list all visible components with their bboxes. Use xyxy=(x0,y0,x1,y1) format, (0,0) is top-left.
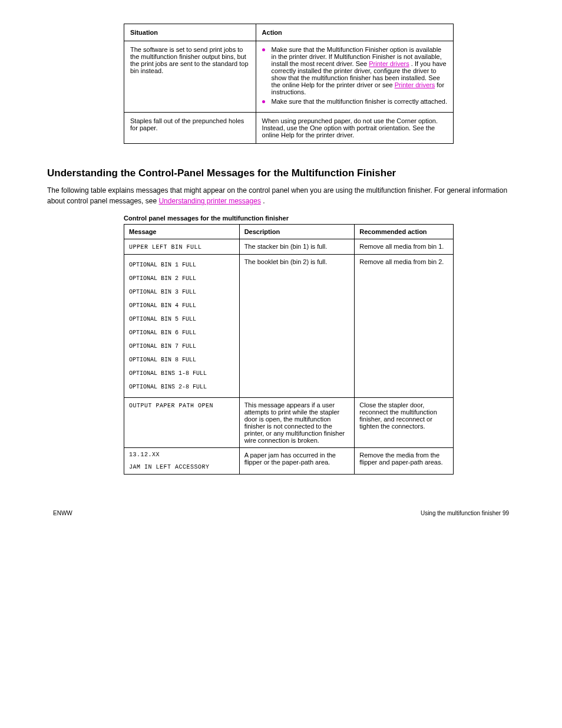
table2-caption: Control panel messages for the multifunc… xyxy=(124,215,515,222)
t1-r1-bullet2: Make sure that the multifunction finishe… xyxy=(262,98,447,105)
t2-h-description: Description xyxy=(239,225,355,239)
table-row: The software is set to send print jobs t… xyxy=(124,41,454,113)
msg-jam-text: JAM IN LEFT ACCESSORY xyxy=(129,464,234,470)
intro-tail: . xyxy=(263,197,265,205)
footer-right: Using the multifunction finisher 99 xyxy=(421,510,509,516)
desc-optional-bins: The booklet bin (bin 2) is full. xyxy=(239,255,355,398)
t2-h-message: Message xyxy=(124,225,240,239)
act-optional-bins: Remove all media from bin 2. xyxy=(355,255,454,398)
table-row: OPTIONAL BIN 1 FULLOPTIONAL BIN 2 FULLOP… xyxy=(124,255,454,398)
t2-h-action: Recommended action xyxy=(355,225,454,239)
intro-text: The following table explains messages th… xyxy=(47,186,507,205)
t1-header-situation: Situation xyxy=(124,24,256,41)
table-row: OUTPUT PAPER PATH OPEN This message appe… xyxy=(124,398,454,448)
t1-r2-situation: Staples fall out of the prepunched holes… xyxy=(124,113,256,144)
intro-paragraph: The following table explains messages th… xyxy=(47,185,515,206)
footer-left: ENWW xyxy=(53,510,72,516)
understanding-messages-link[interactable]: Understanding printer messages xyxy=(158,197,260,205)
msg-output-path: OUTPUT PAPER PATH OPEN xyxy=(129,403,213,409)
msg-jam-code: 13.12.XX xyxy=(129,452,234,458)
msg-upper-left: UPPER LEFT BIN FULL xyxy=(129,244,202,251)
page-footer: ENWW Using the multifunction finisher 99 xyxy=(47,510,515,516)
act-jam: Remove the media from the flipper and pa… xyxy=(355,448,454,475)
t1-r1-bullet1: Make sure that the Multifunction Finishe… xyxy=(262,46,447,95)
desc-jam: A paper jam has occurred in the flipper … xyxy=(239,448,355,475)
section-heading: Understanding the Control-Panel Messages… xyxy=(47,167,515,179)
control-panel-messages-table: Message Description Recommended action U… xyxy=(124,224,454,475)
table-row: 13.12.XX JAM IN LEFT ACCESSORY A paper j… xyxy=(124,448,454,475)
printer-drivers-link-1[interactable]: Printer drivers xyxy=(369,60,409,67)
desc-upper-left: The stacker bin (bin 1) is full. xyxy=(239,239,355,255)
msg-optional-bins: OPTIONAL BIN 1 FULLOPTIONAL BIN 2 FULLOP… xyxy=(129,258,234,394)
table-row: Staples fall out of the prepunched holes… xyxy=(124,113,454,144)
t1-header-action: Action xyxy=(256,24,453,41)
act-output-path: Close the stapler door, reconnect the mu… xyxy=(355,398,454,448)
table-row: UPPER LEFT BIN FULL The stacker bin (bin… xyxy=(124,239,454,255)
t1-r1-action: Make sure that the Multifunction Finishe… xyxy=(256,41,453,113)
printer-drivers-link-2[interactable]: Printer drivers xyxy=(395,81,435,88)
t1-r1-situation: The software is set to send print jobs t… xyxy=(124,41,256,113)
act-upper-left: Remove all media from bin 1. xyxy=(355,239,454,255)
situation-action-table: Situation Action The software is set to … xyxy=(124,24,454,144)
t1-r2-action: When using prepunched paper, do not use … xyxy=(256,113,453,144)
desc-output-path: This message appears if a user attempts … xyxy=(239,398,355,448)
